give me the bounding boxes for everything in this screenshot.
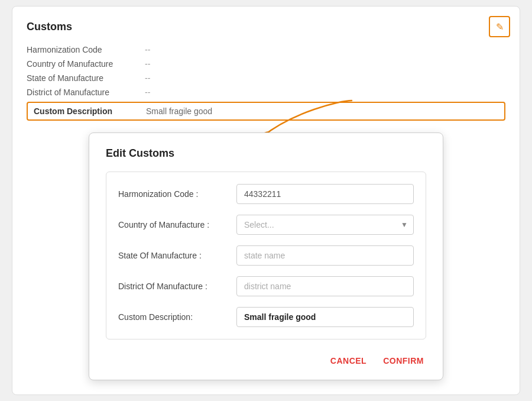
customs-info-table: Harmonization Code -- Country of Manufac… — [27, 43, 505, 99]
field-value: -- — [145, 43, 505, 57]
edit-icon-button[interactable]: ✎ — [489, 16, 510, 37]
form-container: Harmonization Code : Country of Manufact… — [106, 172, 426, 339]
custom-description-value: Small fragile good — [146, 106, 212, 116]
custom-description-input[interactable] — [236, 307, 414, 327]
field-value: -- — [145, 57, 505, 71]
harmonization-code-row: Harmonization Code : — [118, 184, 414, 204]
table-row: Country of Manufacture -- — [27, 57, 505, 71]
modal-actions: CANCEL CONFIRM — [106, 349, 426, 370]
field-value: -- — [145, 71, 505, 85]
district-of-manufacture-row: District Of Manufacture : — [118, 276, 414, 296]
state-of-manufacture-input[interactable] — [236, 245, 414, 266]
field-label: Country of Manufacture — [27, 57, 145, 71]
table-row: State of Manufacture -- — [27, 71, 505, 85]
customs-card-title: Customs — [27, 21, 505, 33]
field-label: State of Manufacture — [27, 71, 145, 85]
field-label: District of Manufacture — [27, 85, 145, 99]
custom-description-form-row: Custom Description: — [118, 307, 414, 327]
country-of-manufacture-row: Country of Manufacture : Select... ▼ — [118, 215, 414, 235]
harmonization-code-input[interactable] — [236, 184, 414, 204]
state-of-manufacture-label: State Of Manufacture : — [118, 251, 236, 260]
edit-customs-modal: Edit Customs Harmonization Code : Countr… — [89, 132, 443, 380]
custom-description-label: Custom Description — [34, 106, 146, 116]
table-row: Harmonization Code -- — [27, 43, 505, 57]
field-value: -- — [145, 85, 505, 99]
modal-overlay: Edit Customs Harmonization Code : Countr… — [27, 132, 505, 380]
custom-description-form-label: Custom Description: — [118, 312, 236, 322]
custom-description-highlighted-row: Custom Description Small fragile good — [27, 102, 505, 121]
modal-title: Edit Customs — [106, 147, 426, 160]
district-of-manufacture-input[interactable] — [236, 276, 414, 296]
cancel-button[interactable]: CANCEL — [328, 351, 369, 370]
country-of-manufacture-select[interactable]: Select... — [236, 215, 414, 235]
customs-card: Customs ✎ Harmonization Code -- Country … — [12, 6, 520, 395]
field-label: Harmonization Code — [27, 43, 145, 57]
district-of-manufacture-label: District Of Manufacture : — [118, 282, 236, 291]
country-select-wrapper: Select... ▼ — [236, 215, 414, 235]
confirm-button[interactable]: CONFIRM — [381, 351, 426, 370]
state-of-manufacture-row: State Of Manufacture : — [118, 245, 414, 266]
country-of-manufacture-label: Country of Manufacture : — [118, 220, 236, 229]
harmonization-code-label: Harmonization Code : — [118, 189, 236, 199]
table-row: District of Manufacture -- — [27, 85, 505, 99]
